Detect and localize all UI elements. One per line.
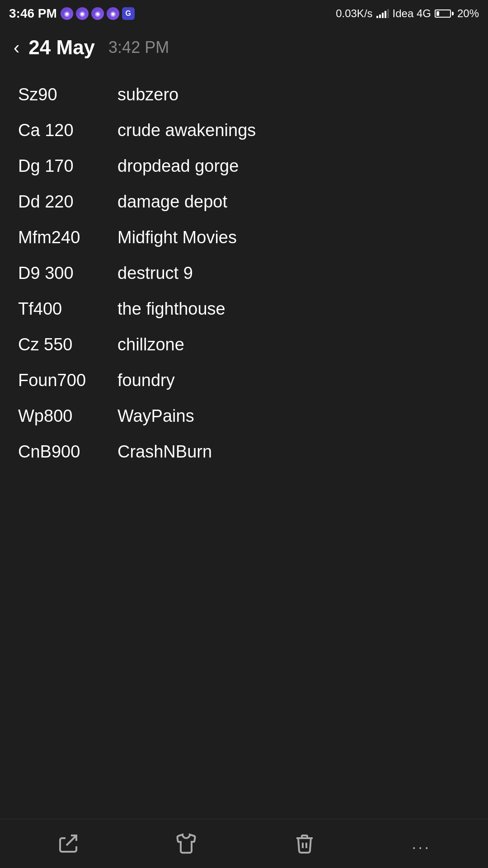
item-code-7: Cz 550 bbox=[18, 335, 117, 354]
list-item: Tf400the fighthouse bbox=[18, 291, 470, 327]
item-code-6: Tf400 bbox=[18, 299, 117, 319]
shirt-icon bbox=[175, 833, 197, 854]
list-item: CnB900CrashNBurn bbox=[18, 434, 470, 470]
carrier-name: Idea 4G bbox=[393, 7, 431, 20]
status-left: 3:46 PM ◉ ◉ ◉ ◉ G bbox=[9, 6, 135, 21]
list-item: Dd 220damage depot bbox=[18, 184, 470, 220]
item-name-9: WayPains bbox=[117, 406, 194, 426]
shirt-button[interactable] bbox=[175, 833, 197, 854]
item-code-2: Dg 170 bbox=[18, 156, 117, 176]
status-time: 3:46 PM bbox=[9, 6, 57, 21]
list-item: Wp800WayPains bbox=[18, 398, 470, 434]
list-item: Mfm240Midfight Movies bbox=[18, 220, 470, 255]
battery-tip bbox=[452, 12, 454, 15]
svg-line-0 bbox=[66, 835, 76, 845]
signal-bar-2 bbox=[379, 14, 381, 18]
item-code-8: Foun700 bbox=[18, 371, 117, 390]
item-code-4: Mfm240 bbox=[18, 228, 117, 247]
item-name-4: Midfight Movies bbox=[117, 228, 237, 247]
more-button[interactable]: ... bbox=[412, 834, 431, 853]
battery-body bbox=[435, 9, 451, 18]
app-icon-4: ◉ bbox=[107, 7, 119, 20]
item-name-1: crude awakenings bbox=[117, 121, 256, 140]
item-code-5: D9 300 bbox=[18, 264, 117, 283]
battery-icon bbox=[435, 9, 454, 18]
signal-bar-1 bbox=[376, 16, 378, 18]
item-name-0: subzero bbox=[117, 85, 178, 104]
battery-fill bbox=[436, 11, 439, 16]
list-item: D9 300destruct 9 bbox=[18, 255, 470, 291]
battery-percent: 20% bbox=[457, 7, 479, 20]
signal-bar-3 bbox=[382, 13, 384, 18]
bottom-nav: ... bbox=[0, 819, 488, 868]
share-button[interactable] bbox=[57, 833, 79, 854]
signal-bar-4 bbox=[385, 11, 386, 18]
status-bar: 3:46 PM ◉ ◉ ◉ ◉ G 0.03K/s Idea 4G 20% bbox=[0, 0, 488, 27]
item-name-7: chillzone bbox=[117, 335, 184, 354]
header-time: 3:42 PM bbox=[108, 38, 169, 57]
item-code-10: CnB900 bbox=[18, 442, 117, 462]
app-icon-3: ◉ bbox=[91, 7, 104, 20]
status-right: 0.03K/s Idea 4G 20% bbox=[336, 7, 479, 20]
list-item: Foun700foundry bbox=[18, 363, 470, 398]
signal-bars bbox=[376, 9, 389, 18]
header: ‹ 24 May 3:42 PM bbox=[0, 27, 488, 68]
app-icon-1: ◉ bbox=[61, 7, 73, 20]
item-name-10: CrashNBurn bbox=[117, 442, 212, 462]
item-name-3: damage depot bbox=[117, 192, 227, 212]
item-name-8: foundry bbox=[117, 371, 175, 390]
trash-icon bbox=[294, 833, 315, 854]
network-speed: 0.03K/s bbox=[336, 7, 372, 20]
item-code-3: Dd 220 bbox=[18, 192, 117, 212]
header-date: 24 May bbox=[28, 36, 95, 59]
list-item: Ca 120crude awakenings bbox=[18, 113, 470, 148]
app-icon-2: ◉ bbox=[76, 7, 89, 20]
back-button[interactable]: ‹ bbox=[14, 38, 19, 57]
signal-bar-5 bbox=[387, 9, 389, 18]
content-list: Sz90subzeroCa 120crude awakeningsDg 170d… bbox=[0, 68, 488, 479]
item-code-9: Wp800 bbox=[18, 406, 117, 426]
item-code-1: Ca 120 bbox=[18, 121, 117, 140]
item-name-6: the fighthouse bbox=[117, 299, 225, 319]
trash-button[interactable] bbox=[294, 833, 315, 854]
item-name-2: dropdead gorge bbox=[117, 156, 239, 176]
item-name-5: destruct 9 bbox=[117, 264, 193, 283]
list-item: Dg 170dropdead gorge bbox=[18, 148, 470, 184]
list-item: Cz 550chillzone bbox=[18, 327, 470, 363]
more-dots: ... bbox=[412, 834, 431, 853]
app-icon-g: G bbox=[122, 7, 135, 20]
status-icons: ◉ ◉ ◉ ◉ G bbox=[61, 7, 135, 20]
item-code-0: Sz90 bbox=[18, 85, 117, 104]
list-item: Sz90subzero bbox=[18, 77, 470, 113]
share-icon bbox=[57, 833, 79, 854]
